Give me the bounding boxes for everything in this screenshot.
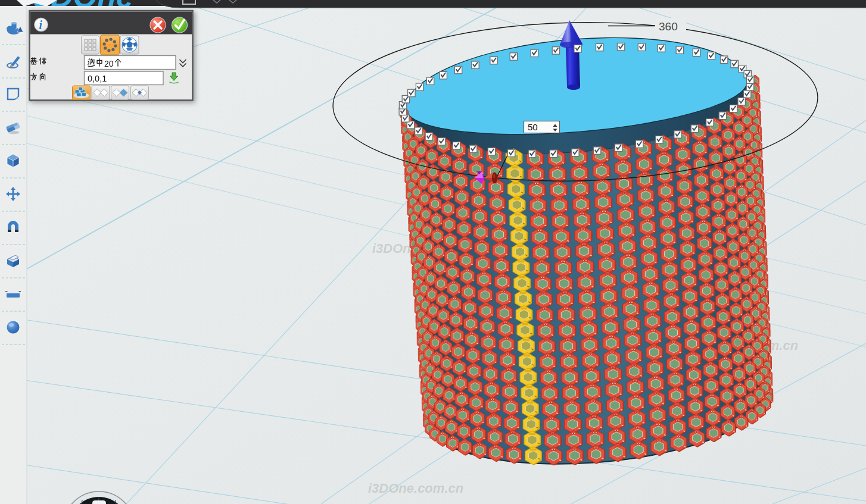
- svg-text:360: 360: [659, 20, 678, 33]
- svg-text:i3DOne.com.cn: i3DOne.com.cn: [368, 481, 463, 496]
- svg-text:0,0,1: 0,0,1: [88, 74, 107, 83]
- svg-text:50: 50: [528, 122, 538, 132]
- svg-text:i: i: [39, 18, 43, 32]
- svg-text:20: 20: [104, 59, 114, 68]
